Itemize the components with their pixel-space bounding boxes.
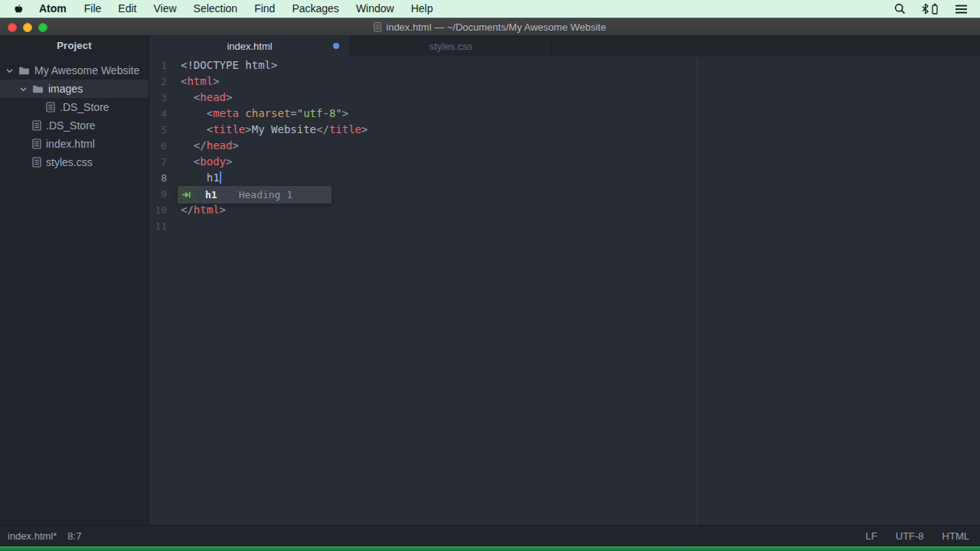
token-punct: < [207,107,213,119]
tree-item-label: styles.css [46,156,93,168]
chevron-down-icon[interactable] [6,68,18,73]
tab-index.html[interactable]: index.html [149,35,351,57]
token-punct: > [245,123,251,135]
status-utf-8[interactable]: UTF-8 [896,530,924,542]
status-cursor-position[interactable]: 8:7 [67,530,81,542]
token-plain [181,155,194,168]
status-bar-right: LFUTF-8HTML [866,530,969,542]
close-window-button[interactable] [8,23,17,32]
token-plain [181,123,207,135]
tree-item-styles-css[interactable]: styles.css [0,153,149,171]
menu-help[interactable]: Help [403,2,442,15]
token-punct: > [213,75,219,87]
autocomplete-description: Heading 1 [239,189,292,201]
menu-items: AtomFileEditViewSelectionFindPackagesWin… [30,0,441,18]
tree-item--ds-store[interactable]: .DS_Store [0,98,149,116]
tree-item--ds-store[interactable]: .DS_Store [0,116,149,135]
status-bar: index.html* 8:7 LFUTF-8HTML [0,525,980,546]
chevron-down-icon[interactable] [20,86,32,92]
status-html[interactable]: HTML [942,530,969,542]
token-string: "utf-8" [297,107,342,119]
menu-atom[interactable]: Atom [30,2,76,15]
bottom-progress-bar [0,546,980,551]
file-icon [32,139,41,149]
tree-item-label: index.html [46,138,95,150]
token-punct: > [342,107,348,119]
code-line: <!DOCTYPE html> [181,57,368,73]
line-number: 9 [149,186,167,202]
token-punct: > [361,123,368,135]
minimize-window-button[interactable] [23,23,32,32]
token-punct: = [290,107,296,119]
file-icon [46,102,55,112]
token-punct: > [220,204,226,216]
line-number: 11 [149,218,167,234]
token-plain [181,139,194,152]
token-attr: charset [245,107,290,119]
token-tag: body [200,155,226,168]
tab-label: styles.css [430,41,472,52]
status-file-name[interactable]: index.html* [8,530,57,542]
tree-item-index-html[interactable]: index.html [0,135,149,153]
menu-view[interactable]: View [145,2,185,15]
tree-view-panel: Project My Awesome Websiteimages.DS_Stor… [0,35,149,525]
line-number: 6 [149,138,167,154]
code-line [181,218,368,234]
line-number: 10 [149,202,167,218]
menu-selection[interactable]: Selection [185,2,247,15]
folder-icon [32,84,44,93]
autocomplete-suggestion[interactable]: h1 [205,189,217,201]
search-icon[interactable] [894,3,906,15]
token-punct: </ [181,204,194,216]
tree-item-label: My Awesome Website [34,64,139,77]
autocomplete-popup: h1 Heading 1 [178,186,332,204]
menu-window[interactable]: Window [348,2,403,15]
menu-bar-status-icons [894,3,968,15]
tree-item-images[interactable]: images [0,80,149,98]
token-tag: html [187,75,213,87]
file-icon [32,120,41,131]
traffic-lights [8,23,47,32]
token-plain: My Website [252,123,316,135]
line-number-gutter: 1234567891011 [149,57,181,234]
tab-styles.css[interactable]: styles.css [351,35,552,57]
tree-item-label: .DS_Store [60,101,109,113]
zoom-window-button[interactable] [38,23,47,32]
line-number: 2 [149,73,167,90]
token-tag: head [200,91,226,103]
token-tag: title [329,123,361,135]
document-proxy-icon [374,22,381,32]
menu-packages[interactable]: Packages [283,2,347,15]
token-punct: > [232,139,238,152]
menu-file[interactable]: File [76,2,110,15]
code-line: </html> [181,202,368,218]
token-punct: < [207,123,213,135]
project-panel-header: Project [0,35,149,57]
bluetooth-battery-icon[interactable] [921,3,939,15]
tree-item-label: images [48,83,83,95]
apple-menu-icon[interactable] [14,3,24,15]
text-editor[interactable]: 1234567891011 <!DOCTYPE html><html> <hea… [149,57,980,525]
line-number: 1 [149,57,167,73]
menu-find[interactable]: Find [246,2,283,15]
tree-item-my-awesome-website[interactable]: My Awesome Website [0,61,149,80]
token-punct: </ [316,123,329,135]
token-plain [181,107,207,119]
code-line: <title>My Website</title> [181,122,368,138]
tab-label: index.html [227,41,272,52]
code-line: <head> [181,90,368,106]
line-number: 4 [149,106,167,122]
token-plain: <!DOCTYPE html> [181,59,277,71]
status-lf[interactable]: LF [866,530,877,542]
file-icon [32,157,41,168]
code-line: <html> [181,73,368,90]
modified-indicator-dot [333,43,339,49]
notification-center-icon[interactable] [955,4,968,15]
tab-bar: index.htmlstyles.css [149,35,980,57]
menu-edit[interactable]: Edit [109,2,145,15]
token-plain: h1 [181,171,220,184]
line-number: 5 [149,122,167,138]
project-tree: My Awesome Websiteimages.DS_Store.DS_Sto… [0,61,149,171]
token-tag: title [213,123,245,135]
token-punct: </ [194,139,207,152]
